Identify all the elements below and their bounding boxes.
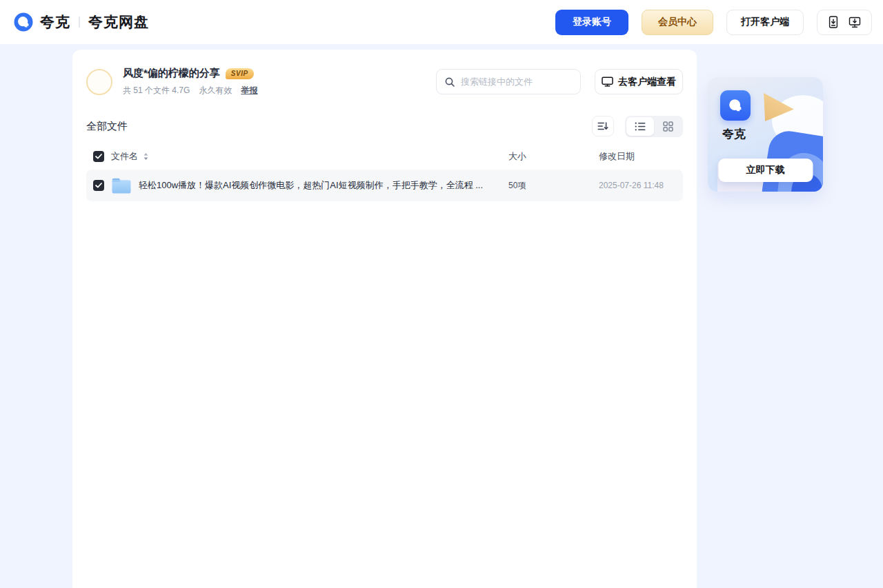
monitor-icon (602, 77, 613, 87)
list-view-button[interactable] (626, 117, 654, 136)
header-actions: 登录账号 会员中心 打开客户端 (555, 10, 872, 35)
grid-view-button[interactable] (654, 117, 682, 136)
file-date-text: 2025-07-26 11:48 (599, 181, 676, 190)
column-name-label: 文件名 (111, 150, 138, 163)
column-size-label: 大小 (508, 150, 599, 163)
section-row: 全部文件 (86, 115, 683, 137)
list-view-icon (635, 122, 646, 131)
share-header: 风度*偏的柠檬的分享 SVIP 共 51 个文件 4.7G 永久有效 举报 (86, 50, 683, 97)
quark-app-icon (720, 90, 751, 121)
share-tools: 去客户端查看 (436, 69, 683, 94)
sort-icon (597, 121, 608, 131)
column-date-label: 修改日期 (599, 150, 676, 163)
mobile-download-icon[interactable] (828, 16, 839, 28)
sort-button[interactable] (592, 116, 614, 136)
share-info: 风度*偏的柠檬的分享 SVIP 共 51 个文件 4.7G 永久有效 举报 (123, 67, 257, 97)
quark-logo-icon (14, 12, 33, 32)
view-tools (592, 116, 683, 137)
app-promo-card: 夸克 立即下载 (708, 77, 823, 192)
member-center-button[interactable]: 会员中心 (642, 10, 713, 35)
brand-name: 夸克 (40, 12, 70, 32)
file-name-cell: 轻松100w播放！爆款AI视频创作微电影，超热门AI短视频制作，手把手教学，全流… (93, 177, 508, 194)
search-input[interactable] (461, 77, 573, 87)
view-in-client-button[interactable]: 去客户端查看 (595, 69, 683, 94)
brand-divider (79, 17, 80, 28)
view-in-client-label: 去客户端查看 (618, 76, 676, 88)
report-link[interactable]: 举报 (241, 85, 257, 97)
avatar (86, 69, 112, 95)
file-name-text: 轻松100w播放！爆款AI视频创作微电影，超热门AI短视频制作，手把手教学，全流… (139, 179, 499, 192)
client-download-group (817, 10, 872, 35)
login-button[interactable]: 登录账号 (555, 10, 628, 35)
share-title: 风度*偏的柠檬的分享 (123, 67, 220, 80)
table-row[interactable]: 轻松100w播放！爆款AI视频创作微电影，超热门AI短视频制作，手把手教学，全流… (86, 170, 683, 201)
check-icon (95, 154, 102, 159)
product-name: 夸克网盘 (88, 12, 149, 32)
select-all-checkbox[interactable] (93, 151, 104, 162)
open-client-button[interactable]: 打开客户端 (726, 10, 804, 35)
share-meta: 共 51 个文件 4.7G 永久有效 举报 (123, 85, 257, 97)
sort-carets-icon (143, 152, 149, 161)
download-now-button[interactable]: 立即下载 (718, 159, 813, 182)
column-name-header[interactable]: 文件名 (93, 150, 508, 163)
file-size-text: 50项 (508, 180, 599, 192)
top-header: 夸克 夸克网盘 登录账号 会员中心 打开客户端 (0, 0, 883, 44)
brand-group: 夸克 夸克网盘 (14, 12, 149, 32)
table-header: 文件名 大小 修改日期 (86, 146, 683, 167)
folder-icon (111, 177, 132, 194)
desktop-download-icon[interactable] (849, 17, 861, 28)
grid-view-icon (663, 121, 673, 132)
svip-badge: SVIP (226, 68, 254, 79)
view-toggle (625, 116, 683, 137)
promo-app-name: 夸克 (722, 126, 746, 142)
share-validity: 永久有效 (199, 85, 232, 97)
main-panel: 风度*偏的柠檬的分享 SVIP 共 51 个文件 4.7G 永久有效 举报 (72, 50, 697, 588)
search-box (436, 69, 581, 94)
share-file-count: 共 51 个文件 4.7G (123, 85, 190, 97)
search-icon (444, 77, 455, 88)
all-files-title: 全部文件 (86, 120, 128, 133)
row-checkbox[interactable] (93, 180, 104, 191)
check-icon (95, 183, 102, 188)
